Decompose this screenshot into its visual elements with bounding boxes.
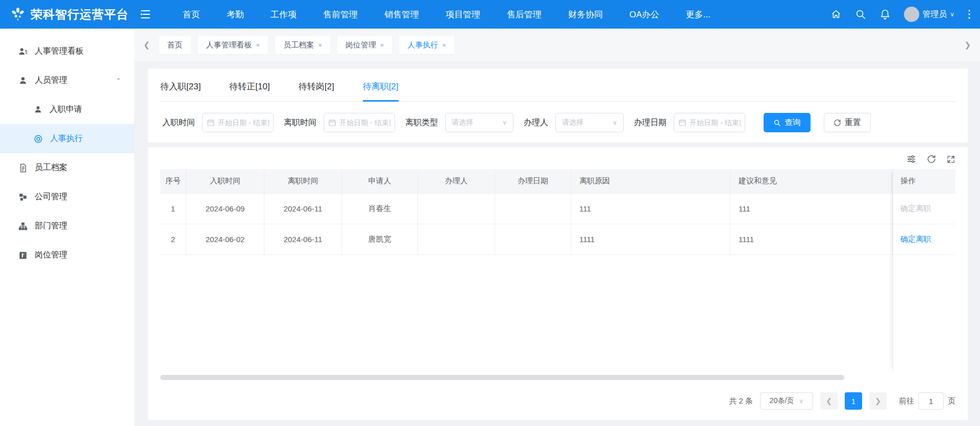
reset-button-label: 重置 — [845, 117, 861, 128]
table-toolbar — [160, 154, 955, 164]
sidebar-item-hr-execution[interactable]: 人事执行 — [0, 124, 134, 153]
col-handler: 办理人 — [418, 169, 495, 194]
sidebar-item-personnel-mgmt[interactable]: 人员管理 ⌃ — [0, 66, 134, 95]
sidebar-item-hr-dashboard[interactable]: 人事管理看板 — [0, 37, 134, 66]
col-leave-date: 离职时间 — [264, 169, 342, 194]
close-icon[interactable]: × — [442, 41, 446, 49]
search-icon[interactable] — [855, 9, 866, 20]
horizontal-scrollbar-thumb[interactable] — [160, 375, 844, 380]
action-cell: 确定离职 — [893, 194, 955, 224]
sidebar-item-label: 入职申请 — [50, 104, 82, 115]
col-applicant: 申请人 — [342, 169, 418, 194]
hire-time-range-input[interactable] — [218, 119, 269, 127]
sidebar-item-position-mgmt[interactable]: 岗位管理 — [0, 241, 134, 270]
horizontal-scrollbar — [160, 375, 955, 380]
nav-workitems[interactable]: 工作项 — [271, 9, 297, 20]
goto-page-input[interactable] — [918, 392, 944, 410]
search-button-label: 查询 — [785, 117, 801, 128]
page-size-select[interactable]: 20条/页 ∨ — [760, 392, 813, 410]
chip-label: 人事执行 — [407, 40, 438, 50]
nav-aftersales[interactable]: 售后管理 — [507, 9, 542, 20]
column-settings-icon[interactable] — [906, 154, 916, 164]
leave-time-range-picker[interactable] — [324, 113, 395, 132]
sidebar-item-department-mgmt[interactable]: 部门管理 — [0, 211, 134, 241]
chevron-up-icon[interactable]: ⌃ — [116, 77, 121, 84]
home-icon[interactable] — [830, 9, 842, 20]
cell-reason: 111 — [571, 194, 730, 224]
tab-pending-regular[interactable]: 待转正[10] — [229, 77, 270, 101]
person-list-icon — [18, 47, 28, 56]
page-unit-label: 页 — [948, 396, 955, 406]
leave-time-label: 离职时间 — [284, 117, 316, 128]
confirm-resign-link-disabled[interactable]: 确定离职 — [900, 204, 931, 214]
page-chip-home[interactable]: 首页 — [159, 36, 191, 54]
nav-attendance[interactable]: 考勤 — [227, 9, 244, 20]
table-scroll-area: 序号 入职时间 离职时间 申请人 办理人 办理日期 离职原因 建议和意见 1 2… — [160, 169, 893, 372]
nav-home[interactable]: 首页 — [183, 9, 200, 20]
tab-pending-transfer[interactable]: 待转岗[2] — [299, 77, 334, 101]
confirm-resign-link[interactable]: 确定离职 — [900, 234, 931, 244]
select-placeholder: 请选择 — [452, 118, 473, 127]
prev-page-button[interactable]: ❮ — [820, 392, 838, 410]
page-chip-position-mgmt[interactable]: 岗位管理 × — [337, 36, 393, 54]
hire-time-range-picker[interactable] — [202, 113, 274, 132]
user-menu[interactable]: 管理员 ∨ — [904, 7, 954, 22]
tab-pending-resign[interactable]: 待离职[2] — [363, 77, 399, 101]
page-size-value: 20条/页 — [770, 396, 794, 406]
close-icon[interactable]: × — [256, 41, 260, 49]
goto-label: 前往 — [899, 396, 914, 406]
search-button[interactable]: 查询 — [764, 113, 811, 132]
table-row: 2 2024-06-02 2024-06-11 唐凯宽 1111 1111 — [160, 224, 893, 255]
cell-applicant: 肖春生 — [342, 194, 418, 224]
cell-hire-date: 2024-06-02 — [186, 224, 264, 255]
next-page-button[interactable]: ❯ — [869, 392, 887, 410]
nav-projects[interactable]: 项目管理 — [446, 9, 480, 20]
nav-oa[interactable]: OA办公 — [629, 9, 659, 20]
tab-pending-onboard[interactable]: 待入职[23] — [160, 77, 201, 101]
page-chip-employee-files[interactable]: 员工档案 × — [275, 36, 330, 54]
main-area: ❮ 首页 人事管理看板 × 员工档案 × 岗位管理 × 人事执行 × ❯ — [134, 29, 980, 426]
close-icon[interactable]: × — [318, 41, 322, 49]
col-action: 操作 — [893, 169, 955, 194]
sidebar-item-employee-files[interactable]: 员工档案 — [0, 153, 134, 182]
handler-select[interactable]: 请选择 ∨ — [555, 113, 624, 132]
fullscreen-icon[interactable] — [946, 155, 955, 164]
handle-date-range-input[interactable] — [690, 119, 741, 127]
notification-bell-icon[interactable] — [879, 9, 891, 20]
collapse-menu-icon[interactable] — [140, 10, 151, 19]
nav-more[interactable]: 更多... — [686, 9, 710, 20]
nav-sales[interactable]: 销售管理 — [384, 9, 419, 20]
leave-type-select[interactable]: 请选择 ∨ — [445, 113, 513, 132]
col-suggestion: 建议和意见 — [730, 169, 893, 194]
leave-time-range-input[interactable] — [339, 119, 390, 127]
user-name: 管理员 — [922, 9, 947, 20]
cell-applicant: 唐凯宽 — [342, 224, 418, 255]
chip-label: 人事管理看板 — [206, 40, 252, 50]
cell-leave-date: 2024-06-11 — [264, 194, 342, 224]
refresh-icon[interactable] — [926, 154, 936, 164]
page-chip-hr-execution[interactable]: 人事执行 × — [399, 36, 454, 54]
nav-finance[interactable]: 财务协同 — [568, 9, 603, 20]
cell-handler — [418, 194, 495, 224]
chevron-left-icon[interactable]: ❮ — [141, 38, 152, 52]
company-blocks-icon — [18, 193, 28, 202]
top-menu: 首页 考勤 工作项 售前管理 销售管理 项目管理 售后管理 财务协同 OA办公 … — [183, 9, 710, 20]
kebab-menu-icon[interactable] — [968, 9, 971, 20]
handle-date-range-picker[interactable] — [674, 113, 745, 132]
chevron-right-icon[interactable]: ❯ — [962, 38, 973, 52]
current-page-button[interactable]: 1 — [845, 392, 862, 410]
nav-presales[interactable]: 售前管理 — [323, 9, 358, 20]
chevron-down-icon: ∨ — [950, 11, 954, 18]
chevron-down-icon: ∨ — [799, 397, 803, 405]
sidebar-item-onboarding-apply[interactable]: 入职申请 — [0, 95, 134, 124]
brand[interactable]: 荣科智行运营平台 — [10, 7, 129, 22]
app-title: 荣科智行运营平台 — [31, 7, 129, 22]
reset-button[interactable]: 重置 — [824, 113, 871, 132]
chip-label: 员工档案 — [283, 40, 314, 50]
page-chip-hr-dashboard[interactable]: 人事管理看板 × — [198, 36, 268, 54]
calendar-icon — [678, 119, 687, 127]
cell-suggestion: 111 — [730, 194, 893, 224]
close-icon[interactable]: × — [380, 41, 384, 49]
goto-page: 前往 页 — [899, 392, 955, 410]
sidebar-item-company-mgmt[interactable]: 公司管理 — [0, 182, 134, 211]
